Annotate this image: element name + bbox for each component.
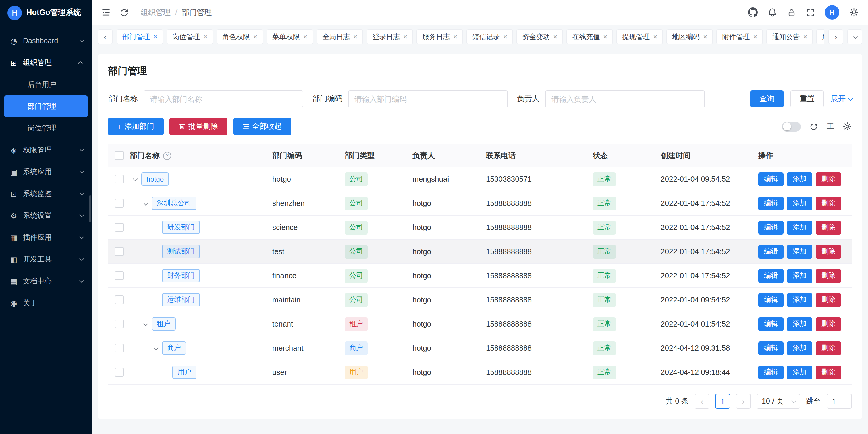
delete-button[interactable]: 删除 (816, 221, 841, 234)
tab[interactable]: 短信记录 × (466, 29, 513, 44)
pagination-next-button[interactable]: › (736, 394, 751, 409)
department-name-tag[interactable]: 商户 (162, 342, 186, 355)
delete-button[interactable]: 删除 (816, 269, 841, 283)
department-name-tag[interactable]: 研发部门 (162, 221, 200, 234)
search-input[interactable] (348, 90, 508, 108)
sidebar-item[interactable]: 岗位管理 (0, 117, 92, 139)
add-button[interactable]: 添加 (787, 293, 812, 307)
edit-button[interactable]: 编辑 (758, 196, 783, 210)
jump-page-input[interactable] (827, 394, 852, 409)
row-checkbox[interactable] (115, 271, 123, 280)
department-name-tag[interactable]: 测试部门 (162, 245, 200, 258)
sidebar-item[interactable]: ▦ 插件应用 (0, 227, 92, 248)
add-button[interactable]: 添加 (787, 341, 812, 355)
edit-button[interactable]: 编辑 (758, 317, 783, 331)
bell-icon[interactable] (768, 7, 777, 17)
sidebar-item[interactable]: 部门管理 (4, 95, 88, 117)
tab[interactable]: 全局日志 × (316, 29, 363, 44)
search-input[interactable] (144, 90, 303, 108)
tab[interactable]: 提现管理 × (616, 29, 663, 44)
delete-button[interactable]: 删除 (816, 293, 841, 307)
delete-button[interactable]: 删除 (816, 341, 841, 355)
reset-button[interactable]: 重置 (790, 90, 824, 108)
tabs-scroll-right-button[interactable]: › (828, 29, 843, 44)
edit-button[interactable]: 编辑 (758, 172, 783, 186)
sidebar-item[interactable]: ⊡ 系统监控 (0, 183, 92, 205)
tab-close-icon[interactable]: × (703, 33, 707, 40)
tab-close-icon[interactable]: × (653, 33, 657, 40)
department-name-tag[interactable]: 运维部门 (162, 293, 200, 307)
breadcrumb-parent[interactable]: 组织管理 (141, 7, 170, 18)
tab[interactable]: 通知公告 × (766, 29, 813, 44)
query-button[interactable]: 查询 (750, 90, 783, 108)
tab-close-icon[interactable]: × (303, 33, 307, 40)
table-toggle-switch[interactable] (782, 122, 801, 132)
tab[interactable]: 附件管理 × (716, 29, 763, 44)
add-department-button[interactable]: + 添加部门 (108, 118, 163, 135)
tab[interactable]: 岗位管理 × (166, 29, 213, 44)
delete-button[interactable]: 删除 (816, 365, 841, 379)
sidebar-scrollbar[interactable] (89, 196, 91, 222)
tab-close-icon[interactable]: × (753, 33, 757, 40)
fullscreen-icon[interactable] (806, 8, 815, 17)
delete-button[interactable]: 删除 (816, 172, 841, 186)
add-button[interactable]: 添加 (787, 269, 812, 283)
sidebar-item[interactable]: ◔ Dashboard (0, 30, 92, 52)
tab-close-icon[interactable]: × (403, 33, 407, 40)
select-all-checkbox[interactable] (115, 151, 123, 160)
row-checkbox[interactable] (115, 199, 123, 207)
edit-button[interactable]: 编辑 (758, 269, 783, 283)
sidebar-item[interactable]: ▣ 系统应用 (0, 161, 92, 183)
search-input[interactable] (545, 90, 705, 108)
tab[interactable]: 登录日志 × (367, 29, 413, 44)
avatar[interactable]: H (825, 5, 839, 20)
delete-button[interactable]: 删除 (816, 317, 841, 331)
tab-close-icon[interactable]: × (153, 33, 157, 40)
tab[interactable]: 服务 × (816, 29, 824, 44)
row-checkbox[interactable] (115, 223, 123, 232)
row-checkbox[interactable] (115, 368, 123, 377)
tab[interactable]: 菜单权限 × (267, 29, 313, 44)
tab[interactable]: 在线充值 × (566, 29, 613, 44)
tab-close-icon[interactable]: × (803, 33, 807, 40)
pagination-page-1[interactable]: 1 (715, 394, 730, 409)
department-name-tag[interactable]: 租户 (152, 317, 176, 330)
refresh-icon[interactable] (120, 8, 129, 17)
sidebar-item[interactable]: ⊞ 组织管理 (0, 52, 92, 74)
settings-gear-icon[interactable] (849, 7, 859, 17)
tab[interactable]: 角色权限 × (217, 29, 263, 44)
row-checkbox[interactable] (115, 247, 123, 256)
department-name-tag[interactable]: 深圳总公司 (152, 197, 196, 210)
edit-button[interactable]: 编辑 (758, 365, 783, 379)
tab-close-icon[interactable]: × (253, 33, 257, 40)
delete-button[interactable]: 删除 (816, 196, 841, 210)
row-checkbox[interactable] (115, 344, 123, 352)
expand-button[interactable]: 展开 (831, 90, 852, 108)
edit-button[interactable]: 编辑 (758, 341, 783, 355)
pagination-prev-button[interactable]: ‹ (694, 394, 709, 409)
row-checkbox[interactable] (115, 175, 123, 183)
tab[interactable]: 服务日志 × (416, 29, 463, 44)
expand-arrow-icon[interactable] (140, 322, 151, 326)
add-button[interactable]: 添加 (787, 244, 812, 258)
department-name-tag[interactable]: hotgo (141, 172, 169, 186)
batch-delete-button[interactable]: 批量删除 (169, 118, 227, 135)
edit-button[interactable]: 编辑 (758, 221, 783, 234)
row-checkbox[interactable] (115, 295, 123, 304)
tab-close-icon[interactable]: × (553, 33, 557, 40)
add-button[interactable]: 添加 (787, 221, 812, 234)
tab-close-icon[interactable]: × (353, 33, 357, 40)
sidebar-item[interactable]: ⚙ 系统设置 (0, 205, 92, 227)
github-icon[interactable] (748, 7, 758, 17)
tab-close-icon[interactable]: × (204, 33, 207, 40)
sidebar-item[interactable]: 后台用户 (0, 74, 92, 95)
department-name-tag[interactable]: 财务部门 (162, 269, 200, 282)
table-settings-gear-icon[interactable] (843, 122, 852, 131)
add-button[interactable]: 添加 (787, 196, 812, 210)
tab-close-icon[interactable]: × (453, 33, 457, 40)
striped-rows-icon[interactable]: 工 (827, 121, 834, 132)
sidebar-item[interactable]: ◉ 关于 (0, 292, 92, 314)
expand-arrow-icon[interactable] (140, 201, 151, 205)
add-button[interactable]: 添加 (787, 317, 812, 331)
tab[interactable]: 部门管理 × (117, 29, 163, 44)
